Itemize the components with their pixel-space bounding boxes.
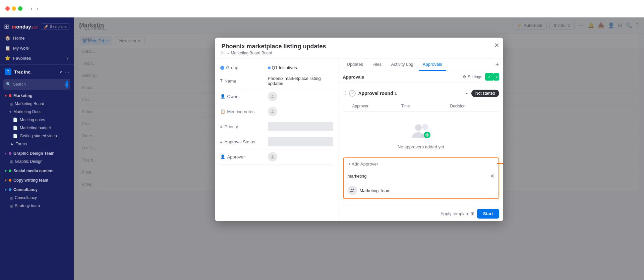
add-item-button[interactable]: + xyxy=(65,81,68,88)
workspace-chevron-icon: ∨ xyxy=(59,69,62,74)
field-meeting-notes: 📋 Meeting notes xyxy=(220,104,333,119)
modal-title: Phoenix marketplace listing updates xyxy=(222,43,496,50)
sidebar-section-consultancy: ▾ Consultancy ▦ Consultancy ▦ Strategy t… xyxy=(0,185,74,211)
field-value-group: Q1 Initiatives xyxy=(268,65,333,70)
app-grid-icon[interactable]: ⊞ xyxy=(4,23,9,30)
approver-search-input[interactable] xyxy=(348,174,487,179)
priority-bar[interactable] xyxy=(268,122,333,131)
panel-tabs: Updates Files Activity Log Approvals + xyxy=(339,58,503,71)
sidebar-item-marketing-docs[interactable]: ▾ Marketing Docs xyxy=(0,108,74,116)
meeting-notes-icon: 📋 xyxy=(220,109,225,114)
consultancy-collapse-icon: ▾ xyxy=(5,187,7,192)
start-button[interactable]: Start xyxy=(477,209,499,219)
search-clear-button[interactable]: ✕ xyxy=(490,173,494,179)
field-label-approval-status: ≡ Approval Status xyxy=(220,139,264,144)
graphic-design-label: Graphic Design xyxy=(15,159,43,164)
close-traffic-light[interactable] xyxy=(5,6,10,11)
add-approver-input[interactable] xyxy=(344,158,499,170)
approver-search-dropdown: ✕ xyxy=(344,170,499,198)
item-modal: Phoenix marketplace listing updates in →… xyxy=(215,38,503,221)
approve-button-group: ✓ ∨ xyxy=(485,73,499,81)
sidebar-item-meeting-notes[interactable]: 📄 Meeting notes xyxy=(0,116,74,124)
minimize-traffic-light[interactable] xyxy=(12,6,16,11)
field-value-name: Phoenix marketplace listing updates xyxy=(268,76,333,86)
graphic-board-icon: ▦ xyxy=(9,159,13,164)
sidebar-item-graphic-design[interactable]: ▦ Graphic Design xyxy=(0,157,74,166)
empty-approvers-state: No approvers added yet xyxy=(343,114,499,157)
social-dot xyxy=(9,170,11,172)
workspace-header[interactable]: T Trez Inc. ∨ ··· xyxy=(0,66,74,78)
field-label-priority: ≡ Priority xyxy=(220,124,264,129)
field-name: T Name Phoenix marketplace listing updat… xyxy=(220,73,333,89)
field-approval-status: ≡ Approval Status xyxy=(220,134,333,149)
add-tab-button[interactable]: + xyxy=(495,61,499,68)
graphic-collapse-icon: ▾ xyxy=(5,151,7,156)
consultancy-section-header[interactable]: ▾ Consultancy xyxy=(0,186,74,194)
sidebar-item-getting-started[interactable]: 📄 Getting started video ... xyxy=(0,132,74,140)
workspace-more-icon[interactable]: ··· xyxy=(65,69,69,75)
modal-header: Phoenix marketplace listing updates in →… xyxy=(215,38,503,58)
modal-close-button[interactable]: ✕ xyxy=(494,42,499,49)
sidebar-item-home[interactable]: 🏠 Home xyxy=(0,33,74,43)
favorites-chevron-icon: ∨ xyxy=(66,56,69,60)
approval-status-bar[interactable] xyxy=(268,137,333,146)
sidebar-item-marketing-budget[interactable]: 📄 Marketing budget xyxy=(0,124,74,132)
marketing-section-header[interactable]: ▾ Marketing xyxy=(0,92,74,100)
graphic-section-header[interactable]: ▾ Graphic Design Team xyxy=(0,149,74,157)
copy-section-name: Copy writing team xyxy=(13,178,48,183)
group-color-dot xyxy=(268,66,271,69)
workspace-name: Trez Inc. xyxy=(14,69,57,75)
apply-template-button[interactable]: Apply template ⊞ xyxy=(441,211,474,216)
marketing-collapse-icon: ▾ xyxy=(5,93,7,98)
nav-forward-button[interactable]: › xyxy=(35,5,39,12)
see-plans-button[interactable]: 🚀 See plans xyxy=(41,24,69,30)
dropdown-item-marketing-team[interactable]: Marketing Team xyxy=(344,182,499,198)
tab-updates[interactable]: Updates xyxy=(343,58,367,71)
svg-point-8 xyxy=(351,189,352,190)
approve-button[interactable]: ✓ xyxy=(485,73,494,81)
modal-overlay: Phoenix marketplace listing updates in →… xyxy=(74,17,644,280)
social-section-header[interactable]: ▾ Social media content xyxy=(0,167,74,175)
sidebar-item-mywork[interactable]: 📋 My work xyxy=(0,43,74,53)
tab-files[interactable]: Files xyxy=(368,58,386,71)
approvals-section-title: Approvals xyxy=(343,75,460,80)
strategy-board-icon: ▦ xyxy=(9,204,13,208)
owner-avatar xyxy=(268,92,277,101)
marketing-section-name: Marketing xyxy=(13,93,33,98)
maximize-traffic-light[interactable] xyxy=(18,6,22,11)
drag-handle-icon: ⠿ xyxy=(343,91,346,96)
nav-arrows: ‹ › xyxy=(29,5,40,12)
title-bar: ‹ › xyxy=(0,0,644,17)
owner-label-text: Owner xyxy=(227,94,240,99)
sidebar-item-strategy[interactable]: ▦ Strategy team xyxy=(0,202,74,210)
app-container: ⊞ monday.com 🚀 See plans 🏠 Home 📋 My wor… xyxy=(0,17,644,280)
nav-back-button[interactable]: ‹ xyxy=(29,5,34,12)
sidebar-item-marketing-board[interactable]: ▦ Marketing Board xyxy=(0,100,74,108)
doc-icon-2: 📄 xyxy=(13,126,18,130)
copy-section-header[interactable]: ▾ Copy writing team xyxy=(0,176,74,184)
sidebar-item-forms[interactable]: ▸ Forms xyxy=(0,140,74,148)
sidebar-item-favorites[interactable]: ⭐ Favorites ∨ xyxy=(0,53,74,63)
col-header-decision: Decision xyxy=(450,104,499,108)
empty-approvers-icon xyxy=(409,122,433,141)
traffic-lights xyxy=(5,6,22,11)
sidebar-item-consultancy[interactable]: ▦ Consultancy xyxy=(0,194,74,202)
meeting-notes-avatar-icon xyxy=(270,109,275,114)
sidebar-search-input[interactable] xyxy=(13,82,63,87)
meeting-notes-label: Meeting notes xyxy=(20,118,45,122)
tab-approvals[interactable]: Approvals xyxy=(419,58,446,71)
priority-label-text: Priority xyxy=(225,124,238,129)
owner-icon: 👤 xyxy=(220,94,225,99)
round-more-icon[interactable]: ··· xyxy=(464,90,468,96)
field-label-name: T Name xyxy=(220,79,264,84)
svg-point-9 xyxy=(353,189,354,190)
approve-dropdown-button[interactable]: ∨ xyxy=(494,73,499,81)
field-owner: 👤 Owner xyxy=(220,89,333,104)
copy-collapse-icon: ▾ xyxy=(5,178,7,183)
graphic-dot xyxy=(9,152,11,155)
approvals-settings-button[interactable]: ⚙ Settings xyxy=(463,75,482,79)
svg-point-3 xyxy=(415,124,422,131)
tab-activity-log[interactable]: Activity Log xyxy=(387,58,417,71)
add-approver-container: ✕ xyxy=(343,157,499,199)
modal-bottom-bar: Apply template ⊞ Start xyxy=(339,206,503,221)
